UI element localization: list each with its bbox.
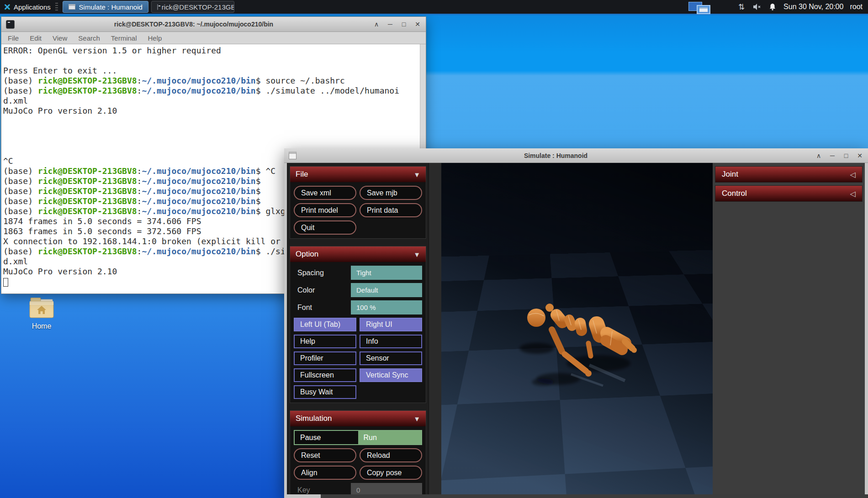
save-xml-button[interactable]: Save xml <box>294 186 356 200</box>
run-option[interactable]: Run <box>358 431 422 444</box>
minimize-button[interactable]: ─ <box>386 21 394 28</box>
align-button[interactable]: Align <box>294 466 356 480</box>
terminal-line: d.xml <box>3 96 418 106</box>
section-title: Control <box>722 189 747 198</box>
toggle-info[interactable]: Info <box>360 335 422 348</box>
option-section: Option ▼ Spacing Tight Color Default <box>290 246 426 403</box>
terminal-icon <box>157 4 158 10</box>
menu-item-file[interactable]: File <box>8 34 19 42</box>
menu-item-help[interactable]: Help <box>148 34 162 42</box>
taskbar-window-title: rick@DESKTOP-213GBV... <box>162 3 234 11</box>
section-title: Option <box>296 250 318 259</box>
mujoco-left-ui: File ▼ Save xml Save mjb Print model Pri… <box>287 163 429 494</box>
terminal-line: ERROR: OpenGL version 1.5 or higher requ… <box>3 46 418 56</box>
notification-bell-icon[interactable] <box>768 2 777 11</box>
joint-section-header[interactable]: Joint ◁ <box>715 166 863 183</box>
taskbar: ✕ Applications Simulate : Humanoid rick@… <box>0 0 868 15</box>
taskbar-window-title: Simulate : Humanoid <box>79 3 143 11</box>
terminal-line: (base) rick@DESKTOP-213GBV8:~/.mujoco/mu… <box>3 86 418 96</box>
mujoco-title: Simulate : Humanoid <box>296 152 815 159</box>
toggle-profiler[interactable]: Profiler <box>294 351 356 365</box>
terminal-line: (base) rick@DESKTOP-213GBV8:~/.mujoco/mu… <box>3 76 418 86</box>
simulation-section-header[interactable]: Simulation ▼ <box>290 411 426 426</box>
option-section-header[interactable]: Option ▼ <box>290 246 426 262</box>
menu-item-view[interactable]: View <box>53 34 67 42</box>
maximize-button[interactable]: □ <box>400 21 408 28</box>
print-model-button[interactable]: Print model <box>294 203 356 217</box>
reload-button[interactable]: Reload <box>360 448 422 462</box>
maximize-button[interactable]: □ <box>842 152 850 159</box>
section-title: Joint <box>722 170 738 179</box>
panel-grip <box>55 3 58 11</box>
simulation-section: Simulation ▼ Pause Run Reset Reload <box>290 410 426 494</box>
shade-button[interactable]: ∧ <box>815 152 822 159</box>
clock[interactable]: Sun 30 Nov, 20:00 <box>783 3 843 11</box>
menu-item-edit[interactable]: Edit <box>30 34 42 42</box>
spacing-select[interactable]: Tight <box>351 266 422 280</box>
toggle-fullscreen[interactable]: Fullscreen <box>294 368 356 382</box>
toggle-right-ui[interactable]: Right UI <box>360 318 422 331</box>
toggle-left-ui[interactable]: Left UI (Tab) <box>294 318 356 331</box>
font-select[interactable]: 100 % <box>351 300 422 315</box>
terminal-line <box>3 116 418 126</box>
terminal-line: MuJoCo Pro version 2.10 <box>3 106 418 116</box>
taskbar-window-terminal[interactable]: rick@DESKTOP-213GBV... <box>151 1 234 13</box>
file-section-header[interactable]: File ▼ <box>290 167 426 182</box>
section-title: Simulation <box>296 414 332 423</box>
terminal-icon <box>6 20 15 29</box>
run-pause-radio: Pause Run <box>294 430 422 445</box>
window-icon <box>69 4 75 10</box>
terminal-line <box>3 136 418 146</box>
toggle-sensor[interactable]: Sensor <box>360 351 422 365</box>
terminal-menubar: FileEditViewSearchTerminalHelp <box>1 32 426 44</box>
key-input[interactable]: 0 <box>351 483 422 494</box>
simulation-viewport[interactable] <box>441 163 713 494</box>
menu-item-search[interactable]: Search <box>78 34 100 42</box>
volume-muted-icon[interactable] <box>752 2 762 11</box>
network-icon[interactable]: ⇅ <box>737 2 746 11</box>
xfce-logo-icon: ✕ <box>4 3 11 11</box>
control-section-header[interactable]: Control ◁ <box>715 185 863 202</box>
workspace-pager[interactable] <box>688 1 712 12</box>
taskbar-window-simulate[interactable]: Simulate : Humanoid <box>63 1 148 13</box>
desktop-icon-home[interactable]: Home <box>16 298 67 330</box>
minimize-button[interactable]: ─ <box>829 152 836 159</box>
desktop: ✕ Applications Simulate : Humanoid rick@… <box>0 0 868 498</box>
left-ui-gutter <box>429 163 441 494</box>
toggle-help[interactable]: Help <box>294 335 356 348</box>
collapse-icon: ▼ <box>413 415 420 423</box>
reset-button[interactable]: Reset <box>294 448 356 462</box>
color-select[interactable]: Default <box>351 283 422 297</box>
print-data-button[interactable]: Print data <box>360 203 422 217</box>
applications-menu[interactable]: ✕ Applications <box>0 3 60 11</box>
terminal-title: rick@DESKTOP-213GBV8: ~/.mujoco/mujoco21… <box>15 21 373 28</box>
humanoid-model[interactable] <box>503 288 667 397</box>
terminal-line: Press Enter to exit ... <box>3 66 418 76</box>
section-title: File <box>296 170 308 179</box>
terminal-titlebar[interactable]: rick@DESKTOP-213GBV8: ~/.mujoco/mujoco21… <box>1 17 426 32</box>
close-button[interactable]: ✕ <box>414 21 421 28</box>
collapse-icon: ▼ <box>413 251 420 258</box>
desktop-icon-label: Home <box>16 322 67 330</box>
close-button[interactable]: ✕ <box>856 152 863 159</box>
collapse-icon: ▼ <box>413 171 420 178</box>
expand-icon: ◁ <box>850 189 856 198</box>
spacing-label: Spacing <box>294 269 351 277</box>
key-label: Key <box>294 486 351 494</box>
mujoco-right-ui: Joint ◁ Control ◁ <box>713 163 865 494</box>
mujoco-window-bottom-frame <box>284 494 868 498</box>
toggle-vertical-sync[interactable]: Vertical Sync <box>360 368 422 382</box>
shade-button[interactable]: ∧ <box>373 21 380 28</box>
save-mjb-button[interactable]: Save mjb <box>360 186 422 200</box>
copy-pose-button[interactable]: Copy pose <box>360 466 422 480</box>
workspace-2[interactable] <box>697 5 710 14</box>
font-label: Font <box>294 304 351 312</box>
terminal-cursor <box>3 278 8 287</box>
menu-item-terminal[interactable]: Terminal <box>111 34 137 42</box>
quit-button[interactable]: Quit <box>294 220 356 235</box>
mujoco-titlebar[interactable]: Simulate : Humanoid ∧ ─ □ ✕ <box>284 148 868 163</box>
terminal-line <box>3 126 418 136</box>
toggle-busy-wait[interactable]: Busy Wait <box>294 385 356 399</box>
pause-option[interactable]: Pause <box>295 431 358 444</box>
file-section: File ▼ Save xml Save mjb Print model Pri… <box>290 166 426 239</box>
